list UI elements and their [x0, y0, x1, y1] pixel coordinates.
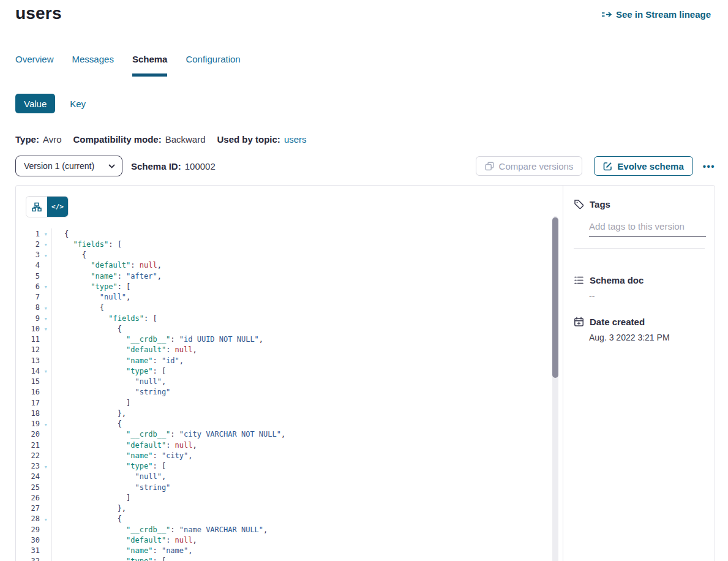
- line-number: 9: [16, 314, 40, 323]
- code-text: },: [52, 409, 127, 418]
- evolve-schema-button[interactable]: Evolve schema: [594, 156, 692, 176]
- line-number: 17: [16, 399, 40, 407]
- fold-spacer: [40, 296, 52, 298]
- code-line-32: 32▾ "type": [: [16, 556, 549, 561]
- fold-toggle-icon[interactable]: ▾: [40, 421, 52, 427]
- code-line-31: 31 "name": "name",: [16, 546, 549, 556]
- line-number: 6: [16, 282, 40, 291]
- code-text: "type": [: [52, 282, 131, 291]
- meta-used-by-topic: Used by topic: users: [217, 134, 307, 145]
- line-number: 28: [16, 514, 40, 523]
- fold-spacer: [40, 265, 52, 266]
- line-number: 11: [16, 335, 40, 344]
- code-text: "type": [: [52, 462, 167, 470]
- code-line-16: 16 "string": [16, 387, 549, 397]
- line-number: 10: [16, 325, 40, 333]
- line-number: 31: [16, 546, 40, 555]
- code-text: "fields": [: [52, 240, 122, 249]
- tree-view-icon: [32, 202, 42, 212]
- fold-spacer: [40, 360, 52, 361]
- line-number: 5: [16, 272, 40, 280]
- code-line-8: 8▾ {: [16, 303, 549, 313]
- value-toggle-button[interactable]: Value: [15, 94, 55, 113]
- fold-spacer: [40, 487, 52, 488]
- schema-sidebar: Tags Schema doc --: [563, 186, 715, 561]
- line-number: 21: [16, 441, 40, 450]
- meta-compatibility: Compatibility mode: Backward: [73, 134, 205, 145]
- fold-spacer: [40, 529, 52, 530]
- line-number: 32: [16, 557, 40, 561]
- line-number: 12: [16, 345, 40, 354]
- meta-type: Type: Avro: [15, 134, 61, 145]
- code-line-23: 23▾ "type": [: [16, 461, 549, 472]
- page-title: users: [15, 4, 62, 23]
- fold-toggle-icon[interactable]: ▾: [40, 558, 52, 561]
- code-line-19: 19▾ {: [16, 419, 549, 429]
- code-text: "string": [52, 388, 171, 396]
- code-line-29: 29 "__crdb__": "name VARCHAR NULL",: [16, 524, 549, 535]
- fold-spacer: [40, 434, 52, 435]
- code-text: "type": [: [52, 557, 167, 561]
- code-text: "default": null,: [52, 441, 197, 450]
- code-text: {: [52, 303, 104, 312]
- see-in-stream-lineage-link[interactable]: See in Stream lineage: [601, 9, 711, 20]
- code-text: {: [52, 420, 122, 428]
- code-line-28: 28▾ {: [16, 514, 549, 524]
- tab-messages[interactable]: Messages: [72, 54, 114, 77]
- code-line-7: 7 "null",: [16, 292, 549, 303]
- tree-view-button[interactable]: [26, 197, 47, 217]
- add-tags-input[interactable]: [589, 220, 706, 237]
- fold-spacer: [40, 339, 52, 340]
- code-line-14: 14▾ "type": [: [16, 366, 549, 376]
- line-number: 15: [16, 377, 40, 386]
- fold-spacer: [40, 497, 52, 499]
- fold-spacer: [40, 550, 52, 551]
- tab-schema[interactable]: Schema: [132, 54, 168, 77]
- code-text: ]: [52, 399, 131, 407]
- line-number: 19: [16, 420, 40, 428]
- fold-toggle-icon[interactable]: ▾: [40, 315, 52, 322]
- line-number: 22: [16, 451, 40, 460]
- editor-scrollbar-thumb[interactable]: [552, 217, 558, 378]
- code-text: "name": "id",: [52, 356, 184, 365]
- code-line-2: 2▾ "fields": [: [16, 239, 549, 249]
- tab-configuration[interactable]: Configuration: [186, 54, 240, 77]
- line-number: 14: [16, 367, 40, 375]
- schema-actions: Compare versions Evolve schema •••: [476, 156, 718, 176]
- more-options-button[interactable]: •••: [700, 159, 718, 174]
- fold-toggle-icon[interactable]: ▾: [40, 230, 52, 237]
- tab-overview[interactable]: Overview: [15, 54, 54, 77]
- fold-spacer: [40, 349, 52, 350]
- code-text: {: [52, 230, 69, 238]
- code-text: "null",: [52, 377, 167, 386]
- fold-toggle-icon[interactable]: ▾: [40, 304, 52, 311]
- line-number: 29: [16, 525, 40, 534]
- fold-toggle-icon[interactable]: ▾: [40, 463, 52, 470]
- version-select[interactable]: Version 1 (current): [15, 156, 122, 176]
- code-text: "null",: [52, 293, 131, 301]
- fold-spacer: [40, 276, 52, 277]
- code-lines[interactable]: 1▾ {2▾ "fields": [3▾ {4 "default": null,…: [16, 228, 549, 561]
- code-view-button[interactable]: </>: [47, 197, 68, 217]
- schema-doc-value: --: [589, 291, 595, 301]
- fold-toggle-icon[interactable]: ▾: [40, 516, 52, 522]
- calendar-plus-icon: [574, 317, 584, 327]
- compare-versions-button[interactable]: Compare versions: [476, 156, 583, 176]
- stream-lineage-icon: [601, 10, 612, 19]
- code-line-30: 30 "default": null,: [16, 535, 549, 545]
- editor-scrollbar-track[interactable]: [552, 216, 558, 561]
- code-line-25: 25 "string": [16, 482, 549, 492]
- type-label: Type:: [15, 134, 39, 145]
- fold-toggle-icon[interactable]: ▾: [40, 241, 52, 247]
- used-by-topic-link[interactable]: users: [284, 134, 307, 145]
- code-text: "string": [52, 483, 171, 492]
- code-text: "__crdb__": "name VARCHAR NULL",: [52, 525, 268, 534]
- fold-toggle-icon[interactable]: ▾: [40, 325, 52, 332]
- tags-section-header: Tags: [574, 199, 610, 209]
- fold-toggle-icon[interactable]: ▾: [40, 283, 52, 290]
- fold-toggle-icon[interactable]: ▾: [40, 252, 52, 258]
- fold-spacer: [40, 508, 52, 509]
- fold-toggle-icon[interactable]: ▾: [40, 367, 52, 374]
- key-toggle-button[interactable]: Key: [70, 99, 86, 109]
- code-text: "fields": [: [52, 314, 157, 323]
